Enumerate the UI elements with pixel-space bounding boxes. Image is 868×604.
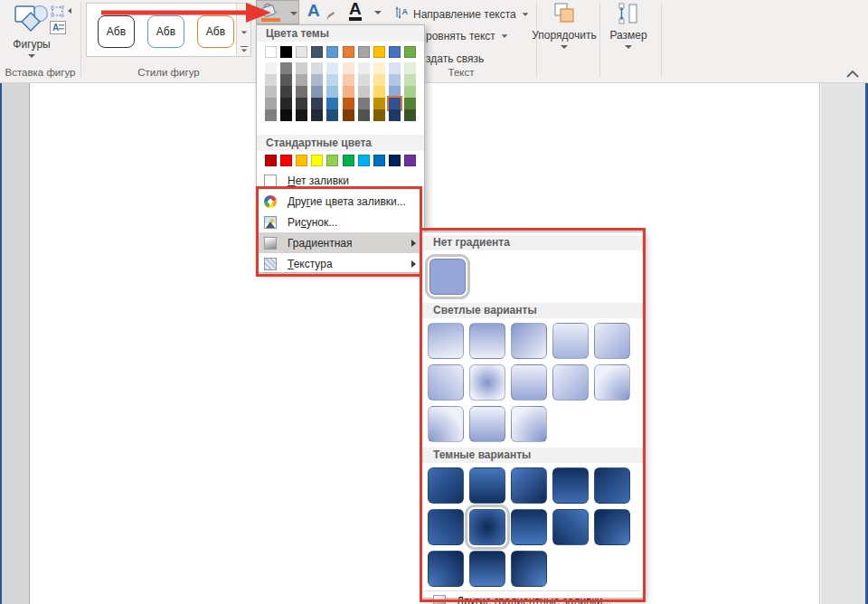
shape-style-thumb[interactable]: Абв bbox=[147, 15, 184, 48]
theme-variant-swatch[interactable] bbox=[343, 62, 354, 74]
menu-item-texture[interactable]: Текстура bbox=[257, 253, 424, 274]
theme-color-swatch[interactable] bbox=[404, 46, 416, 58]
standard-color-swatch[interactable] bbox=[296, 155, 307, 166]
theme-color-swatch[interactable] bbox=[265, 46, 277, 58]
standard-color-swatch[interactable] bbox=[343, 155, 354, 166]
theme-variant-swatch[interactable] bbox=[389, 86, 401, 98]
chevron-down-icon[interactable] bbox=[290, 12, 297, 15]
create-link-button[interactable]: здать связь bbox=[426, 50, 484, 66]
gallery-scroll-down-button[interactable] bbox=[238, 25, 250, 40]
light-gradient-swatch[interactable] bbox=[428, 406, 464, 442]
theme-variant-swatch[interactable] bbox=[404, 74, 416, 86]
standard-color-swatch[interactable] bbox=[326, 155, 338, 166]
theme-color-swatch[interactable] bbox=[280, 46, 292, 58]
theme-variant-swatch[interactable] bbox=[326, 109, 338, 121]
dark-gradient-swatch-selected[interactable] bbox=[469, 509, 505, 545]
light-gradient-swatch[interactable] bbox=[594, 323, 630, 359]
collapse-ribbon-button[interactable] bbox=[844, 67, 861, 83]
theme-variant-swatch[interactable] bbox=[358, 86, 370, 98]
light-gradient-swatch[interactable] bbox=[469, 323, 505, 359]
theme-variant-swatch[interactable] bbox=[265, 98, 277, 109]
theme-color-swatch[interactable] bbox=[358, 46, 370, 58]
standard-color-swatch[interactable] bbox=[280, 155, 292, 166]
theme-variant-swatch[interactable] bbox=[280, 62, 292, 74]
theme-color-swatch[interactable] bbox=[326, 46, 338, 58]
light-gradient-swatch[interactable] bbox=[469, 364, 505, 401]
font-color-button[interactable]: А bbox=[349, 1, 387, 24]
light-gradient-swatch[interactable] bbox=[552, 364, 589, 401]
dark-gradient-swatch[interactable] bbox=[428, 467, 464, 504]
menu-item-more-fill-colors[interactable]: Другие цвета заливки... bbox=[257, 191, 424, 212]
light-gradient-swatch[interactable] bbox=[511, 323, 547, 359]
theme-variant-swatch[interactable] bbox=[326, 98, 338, 109]
light-gradient-swatch[interactable] bbox=[552, 323, 589, 359]
dark-gradient-swatch[interactable] bbox=[511, 467, 547, 504]
theme-variant-swatch[interactable] bbox=[358, 62, 370, 74]
theme-variant-swatch[interactable] bbox=[265, 74, 277, 86]
theme-variant-swatch[interactable] bbox=[404, 109, 416, 121]
standard-color-swatch[interactable] bbox=[265, 155, 277, 166]
standard-color-swatch[interactable] bbox=[373, 155, 385, 166]
no-gradient-swatch[interactable] bbox=[429, 259, 466, 295]
theme-variant-swatch[interactable] bbox=[296, 74, 307, 86]
light-gradient-swatch[interactable] bbox=[511, 364, 547, 401]
theme-variant-swatch[interactable] bbox=[358, 98, 370, 109]
theme-color-swatch[interactable] bbox=[373, 46, 385, 58]
dark-gradient-swatch[interactable] bbox=[552, 509, 589, 545]
theme-variant-swatch[interactable] bbox=[311, 109, 323, 121]
standard-color-swatch[interactable] bbox=[358, 155, 370, 166]
standard-color-swatch[interactable] bbox=[389, 155, 401, 166]
theme-variant-swatch[interactable] bbox=[373, 86, 385, 98]
light-gradient-swatch[interactable] bbox=[469, 406, 505, 442]
light-gradient-swatch[interactable] bbox=[428, 323, 464, 359]
theme-variant-swatch[interactable] bbox=[265, 109, 277, 121]
theme-variant-swatch[interactable] bbox=[343, 74, 354, 86]
theme-variant-swatch[interactable] bbox=[296, 86, 307, 98]
theme-variant-swatch[interactable] bbox=[373, 74, 385, 86]
align-text-button[interactable]: ровнять текст bbox=[426, 30, 508, 42]
theme-variant-swatch[interactable] bbox=[280, 98, 292, 109]
theme-variant-swatch[interactable] bbox=[326, 74, 338, 86]
theme-variant-swatch[interactable] bbox=[296, 98, 307, 109]
dark-gradient-swatch[interactable] bbox=[469, 467, 505, 504]
theme-variant-swatch[interactable] bbox=[296, 62, 307, 74]
theme-variant-swatch[interactable] bbox=[296, 109, 307, 121]
shape-style-thumb[interactable]: Абв bbox=[197, 15, 234, 48]
theme-variant-swatch[interactable] bbox=[358, 109, 370, 121]
light-gradient-swatch[interactable] bbox=[428, 364, 464, 401]
dark-gradient-swatch[interactable] bbox=[469, 551, 505, 587]
theme-variant-swatch[interactable] bbox=[404, 62, 416, 74]
shape-style-thumb[interactable]: Абв bbox=[98, 15, 135, 48]
theme-variant-swatch[interactable] bbox=[311, 98, 323, 109]
dark-gradient-swatch[interactable] bbox=[594, 509, 630, 545]
theme-variant-swatch[interactable] bbox=[343, 86, 354, 98]
standard-color-swatch[interactable] bbox=[311, 155, 323, 166]
theme-color-swatch[interactable] bbox=[389, 46, 401, 58]
dark-gradient-swatch[interactable] bbox=[594, 467, 630, 504]
size-button[interactable]: Размер bbox=[600, 2, 656, 61]
light-gradient-swatch[interactable] bbox=[594, 364, 630, 401]
theme-variant-swatch[interactable] bbox=[358, 74, 370, 86]
standard-color-swatch[interactable] bbox=[404, 155, 416, 166]
dark-gradient-swatch[interactable] bbox=[552, 467, 589, 504]
arrange-button[interactable]: Упорядочить bbox=[532, 2, 597, 61]
theme-variant-swatch[interactable] bbox=[343, 98, 354, 109]
dark-gradient-swatch[interactable] bbox=[428, 509, 464, 545]
theme-variant-swatch[interactable] bbox=[373, 62, 385, 74]
theme-color-swatch[interactable] bbox=[311, 46, 323, 58]
theme-variant-swatch[interactable] bbox=[280, 74, 292, 86]
theme-variant-swatch[interactable] bbox=[265, 86, 277, 98]
theme-variant-swatch[interactable] bbox=[265, 62, 277, 74]
theme-variant-swatch[interactable] bbox=[343, 109, 354, 121]
theme-variant-swatch[interactable] bbox=[373, 98, 385, 109]
menu-item-gradient[interactable]: Градиентная bbox=[257, 232, 424, 253]
theme-variant-swatch[interactable] bbox=[311, 62, 323, 74]
theme-variant-swatch[interactable] bbox=[404, 98, 416, 109]
theme-variant-swatch[interactable] bbox=[389, 109, 401, 121]
theme-variant-swatch-selected[interactable] bbox=[389, 98, 401, 109]
text-box-button[interactable]: А bbox=[50, 21, 66, 38]
theme-variant-swatch[interactable] bbox=[280, 86, 292, 98]
dark-gradient-swatch[interactable] bbox=[428, 551, 464, 587]
menu-item-no-fill[interactable]: Нет заливки bbox=[257, 170, 424, 191]
theme-variant-swatch[interactable] bbox=[311, 74, 323, 86]
